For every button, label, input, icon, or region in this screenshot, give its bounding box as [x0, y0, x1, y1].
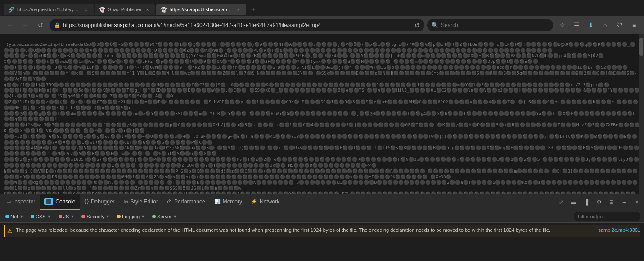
devtools-dock-right-button[interactable]: ▐ — [581, 197, 592, 208]
security-dot — [81, 215, 85, 218]
net-arrow: ▼ — [19, 214, 23, 219]
tab2-favicon: 👻 — [99, 7, 105, 13]
devtools-minimize-button[interactable]: – — [619, 197, 630, 208]
tab3-favicon: 👻 — [161, 7, 167, 13]
address-text: https://snappublisher.snapchat.com/api/v… — [63, 22, 412, 28]
filter-security-button[interactable]: Security ▼ — [80, 213, 112, 220]
network-icon: ⚡ — [251, 199, 257, 204]
logging-dot — [117, 215, 121, 218]
tab3-close[interactable]: × — [235, 6, 242, 13]
performance-label: Performance — [174, 199, 205, 205]
js-label: JS — [63, 214, 69, 219]
reload-icon: ↺ — [38, 22, 43, 29]
devtools-settings-button[interactable]: ⚙ — [594, 197, 604, 208]
address-path: /api/v1/media/5e11e602-130e-4f47-af10-e1… — [148, 22, 321, 28]
browser-tab-1[interactable]: 🔗 https://requestb.in/1ob0yy91?... × — [4, 4, 94, 15]
forward-icon: → — [22, 22, 28, 29]
devtools-panel: ▭ Inspector ⬛ Console { } Debugger ◎ Sty… — [0, 194, 644, 261]
server-label: Server — [157, 214, 171, 219]
css-arrow: ▼ — [47, 214, 51, 219]
page-content: f!ypuomiisomuo2avc1mp41freeKmdat&3⚫D⚫⚫Ö⚫… — [0, 34, 644, 194]
devtools-close-button[interactable]: × — [631, 197, 642, 208]
tab1-favicon: 🔗 — [8, 7, 14, 13]
filter-js-button[interactable]: JS ▼ — [57, 213, 77, 220]
devtools-split-button[interactable]: ⊟ — [606, 197, 617, 208]
scrollbar[interactable] — [639, 34, 644, 194]
tab-memory[interactable]: 📊 Memory — [210, 194, 247, 210]
filter-server-button[interactable]: Server ▼ — [150, 213, 179, 220]
net-dot — [5, 215, 9, 218]
home-button[interactable]: ⌂ — [599, 19, 612, 31]
lock-icon: 🔒 — [54, 22, 60, 28]
tab3-title: https://snappublisher.snapchat... — [170, 7, 233, 12]
new-tab-button[interactable]: + — [247, 3, 260, 16]
bookmark-button[interactable]: ☆ — [556, 19, 568, 31]
tab-debugger[interactable]: { } Debugger — [80, 194, 119, 210]
tab2-close[interactable]: × — [144, 6, 151, 13]
performance-icon: ⏱ — [167, 199, 172, 204]
tab-performance[interactable]: ⏱ Performance — [162, 194, 210, 210]
menu-button[interactable]: ≡ — [628, 19, 640, 31]
console-message-1: ⚠ The page was reloaded, because the cha… — [4, 225, 640, 237]
filter-net-button[interactable]: Net ▼ — [4, 213, 25, 220]
address-reload-icon[interactable]: ↺ — [414, 22, 420, 29]
forward-button[interactable]: → — [19, 19, 32, 31]
address-bar[interactable]: 🔒 https://snappublisher.snapchat.com/api… — [50, 19, 424, 31]
filter-output-input[interactable] — [578, 214, 636, 219]
address-domain: snapchat.com — [114, 22, 148, 28]
net-label: Net — [10, 214, 18, 219]
scrollbar-thumb[interactable] — [639, 38, 643, 56]
tab-inspector[interactable]: ▭ Inspector — [2, 194, 40, 210]
logging-arrow: ▼ — [141, 214, 145, 219]
style-editor-icon: ◎ — [124, 199, 128, 204]
reader-view-button[interactable]: ☰ — [570, 19, 583, 31]
console-message-source[interactable]: sampl2e.mp4:8361 — [598, 226, 640, 234]
security-arrow: ▼ — [106, 214, 110, 219]
console-message-text: The page was reloaded, because the chara… — [16, 226, 594, 234]
download-button[interactable]: ⬇ — [585, 19, 597, 31]
console-icon: ⬛ — [44, 198, 53, 205]
console-filter-bar: Net ▼ CSS ▼ JS ▼ Security ▼ Logging ▼ Se… — [0, 210, 644, 223]
inspector-icon: ▭ — [6, 199, 11, 204]
devtools-expand-button[interactable]: ⤢ — [556, 197, 567, 208]
inspector-label: Inspector — [13, 199, 35, 205]
back-button[interactable]: ← — [4, 19, 16, 31]
style-editor-label: Style Editor — [131, 199, 158, 205]
css-dot — [31, 215, 34, 218]
binary-content-area: f!ypuomiisomuo2avc1mp41freeKmdat&3⚫D⚫⚫Ö⚫… — [0, 34, 644, 194]
tab-console[interactable]: ⬛ Console — [40, 194, 80, 210]
search-bar[interactable]: 🔍 — [427, 19, 553, 31]
memory-icon: 📊 — [214, 199, 221, 204]
address-protocol: https://snappublisher. — [63, 22, 114, 28]
server-arrow: ▼ — [173, 214, 177, 219]
logging-label: Logging — [122, 214, 140, 219]
tab-network[interactable]: ⚡ Network — [247, 194, 284, 210]
search-input[interactable] — [441, 22, 549, 28]
tab1-close[interactable]: × — [83, 6, 89, 13]
console-label: Console — [55, 199, 75, 205]
search-icon: 🔍 — [432, 22, 438, 28]
browser-tab-3[interactable]: 👻 https://snappublisher.snapchat... × — [156, 4, 246, 15]
tab1-title: https://requestb.in/1ob0yy91?... — [17, 7, 80, 12]
filter-css-button[interactable]: CSS ▼ — [29, 213, 53, 220]
devtools-dock-bottom-button[interactable]: ▬ — [568, 197, 579, 208]
browser-tab-2[interactable]: 👻 Snap Publisher × — [95, 4, 155, 15]
js-dot — [59, 215, 62, 218]
js-arrow: ▼ — [70, 214, 74, 219]
tab-style-editor[interactable]: ◎ Style Editor — [119, 194, 162, 210]
reload-button[interactable]: ↺ — [34, 19, 47, 31]
css-label: CSS — [36, 214, 46, 219]
nav-icons: ☆ ☰ ⬇ ⌂ 🛡 ≡ — [556, 19, 640, 31]
server-dot — [152, 215, 156, 218]
debugger-label: Debugger — [91, 199, 115, 205]
nav-bar: ← → ↺ 🔒 https://snappublisher.snapchat.c… — [0, 16, 644, 34]
browser-chrome: 🔗 https://requestb.in/1ob0yy91?... × 👻 S… — [0, 0, 644, 34]
console-messages-area: ⚠ The page was reloaded, because the cha… — [0, 223, 644, 261]
devtools-tab-bar: ▭ Inspector ⬛ Console { } Debugger ◎ Sty… — [0, 194, 644, 210]
filter-output-container[interactable] — [574, 212, 640, 221]
debugger-icon: { } — [84, 199, 88, 204]
back-icon: ← — [7, 22, 13, 29]
warning-icon: ⚠ — [7, 227, 12, 235]
shield-button[interactable]: 🛡 — [613, 19, 626, 31]
filter-logging-button[interactable]: Logging ▼ — [115, 213, 147, 220]
